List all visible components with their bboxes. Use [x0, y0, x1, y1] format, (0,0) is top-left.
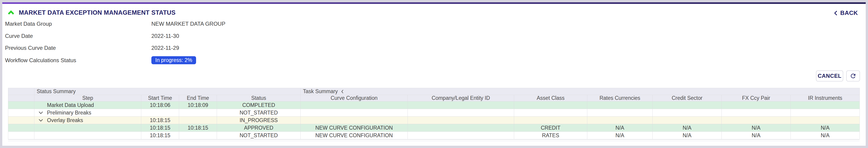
expand-row-chevron-down-icon[interactable] [38, 119, 44, 122]
start-time-cell: 10:18:06 [141, 101, 179, 109]
curve-configuration-cell [301, 101, 408, 109]
rates-currencies-cell: N/A [587, 124, 653, 132]
curve-configuration-cell [301, 117, 408, 124]
expand-column-header [8, 88, 34, 95]
table-row-preliminary-breaks: Preliminary Breaks NOT_STARTED [8, 109, 860, 117]
end-time-cell: 10:18:09 [179, 101, 217, 109]
curve-configuration-cell: NEW CURVE CONFIGURATION [301, 132, 408, 139]
asset-class-cell: CREDIT [514, 124, 587, 132]
col-asset-class: Asset Class [514, 95, 587, 101]
status-cell: APPROVED [217, 124, 301, 132]
step-cell: Market Data Upload [34, 101, 141, 109]
asset-class-cell: RATES [514, 132, 587, 139]
field-workflow-status: Workflow Calculations Status In progress… [5, 57, 76, 64]
step-cell: Preliminary Breaks [34, 109, 141, 117]
asset-class-cell [514, 109, 587, 117]
step-cell: Overlay Breaks [34, 117, 141, 124]
table-row-market-data-upload: Market Data Upload 10:18:06 10:18:09 COM… [8, 101, 860, 109]
status-cell: IN_PROGRESS [217, 117, 301, 124]
expand-cell [8, 117, 34, 124]
fx-ccy-pair-cell [722, 101, 791, 109]
field-value: NEW MARKET DATA GROUP [151, 21, 225, 27]
start-time-cell [141, 109, 179, 117]
table-row-task-approved: 10:18:15 10:18:15 APPROVED NEW CURVE CON… [8, 124, 860, 132]
expand-cell [8, 132, 34, 139]
status-cell: NOT_STARTED [217, 132, 301, 139]
collapse-panel-chevron-up-icon[interactable] [7, 10, 14, 15]
end-time-cell [179, 117, 217, 124]
asset-class-cell [514, 117, 587, 124]
column-header-row: Step Start Time End Time Status Curve Co… [8, 95, 860, 101]
credit-sector-cell: N/A [653, 124, 722, 132]
step-label: Market Data Upload [47, 102, 94, 108]
rates-currencies-cell: N/A [587, 132, 653, 139]
expand-cell [8, 124, 34, 132]
curve-configuration-cell: NEW CURVE CONFIGURATION [301, 124, 408, 132]
step-cell [34, 132, 141, 139]
end-time-cell: 10:18:15 [179, 124, 217, 132]
credit-sector-cell [653, 117, 722, 124]
cancel-label: CANCEL [818, 73, 842, 79]
status-summary-group-header: Status Summary [34, 88, 301, 95]
status-cell: COMPLETED [217, 101, 301, 109]
rates-currencies-cell [587, 109, 653, 117]
asset-class-cell [514, 101, 587, 109]
credit-sector-cell [653, 101, 722, 109]
col-fx-ccy-pair: FX Ccy Pair [722, 95, 791, 101]
fx-ccy-pair-cell: N/A [722, 124, 791, 132]
ir-instruments-cell [791, 117, 860, 124]
col-rates-currencies: Rates Currencies [587, 95, 653, 101]
credit-sector-cell [653, 109, 722, 117]
task-summary-group-header: Task Summary [301, 88, 860, 95]
rates-currencies-cell [587, 101, 653, 109]
col-company-legal-entity-id: Company/Legal Entity ID [408, 95, 514, 101]
start-time-cell: 10:18:15 [141, 132, 179, 139]
company-legal-entity-id-cell [408, 132, 514, 139]
back-label: BACK [840, 9, 858, 17]
col-start-time: Start Time [141, 95, 179, 101]
ir-instruments-cell [791, 109, 860, 117]
accent-bar [2, 2, 866, 4]
expand-row-chevron-down-icon[interactable] [38, 111, 44, 114]
company-legal-entity-id-cell [408, 124, 514, 132]
curve-configuration-cell [301, 109, 408, 117]
refresh-button[interactable] [846, 70, 860, 82]
table-row-task-not-started: 10:18:15 NOT_STARTED NEW CURVE CONFIGURA… [8, 132, 860, 139]
workflow-status-badge: In progress: 2% [151, 56, 196, 64]
step-label: Preliminary Breaks [47, 110, 91, 116]
field-market-data-group: Market Data Group NEW MARKET DATA GROUP [5, 21, 52, 27]
refresh-icon [850, 72, 857, 79]
table-horizontal-scrollbar-track[interactable] [8, 140, 860, 141]
start-time-cell: 10:18:15 [141, 117, 179, 124]
expand-cell [8, 101, 34, 109]
col-end-time: End Time [179, 95, 217, 101]
col-curve-configuration: Curve Configuration [301, 95, 408, 101]
collapse-task-summary-chevron-left-icon[interactable] [341, 89, 344, 94]
panel-header: MARKET DATA EXCEPTION MANAGEMENT STATUS [7, 9, 176, 16]
field-value: 2022-11-30 [151, 33, 179, 39]
step-label: Overlay Breaks [47, 117, 83, 123]
end-time-cell [179, 109, 217, 117]
ir-instruments-cell: N/A [791, 124, 860, 132]
company-legal-entity-id-cell [408, 101, 514, 109]
col-ir-instruments: IR Instruments [791, 95, 860, 101]
field-value: 2022-11-29 [151, 45, 179, 51]
rates-currencies-cell [587, 117, 653, 124]
task-summary-label: Task Summary [303, 88, 338, 94]
group-header-row: Status Summary Task Summary [8, 88, 860, 95]
step-cell [34, 124, 141, 132]
field-label: Market Data Group [5, 21, 52, 27]
fx-ccy-pair-cell [722, 117, 791, 124]
page-title: MARKET DATA EXCEPTION MANAGEMENT STATUS [19, 9, 176, 16]
back-button[interactable]: BACK [834, 9, 858, 17]
field-label: Previous Curve Date [5, 45, 56, 51]
ir-instruments-cell: N/A [791, 132, 860, 139]
cancel-button[interactable]: CANCEL [816, 70, 843, 82]
status-panel: MARKET DATA EXCEPTION MANAGEMENT STATUS … [2, 2, 866, 146]
col-status: Status [217, 95, 301, 101]
end-time-cell [179, 132, 217, 139]
status-cell: NOT_STARTED [217, 109, 301, 117]
chevron-left-icon [834, 10, 838, 16]
company-legal-entity-id-cell [408, 109, 514, 117]
ir-instruments-cell [791, 101, 860, 109]
